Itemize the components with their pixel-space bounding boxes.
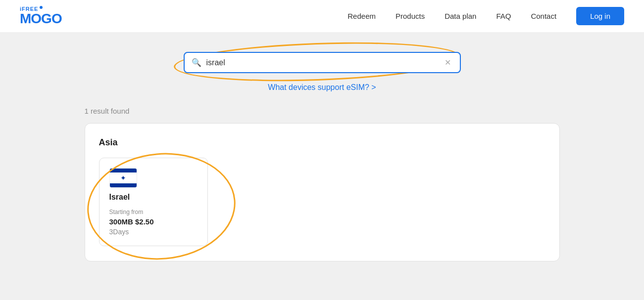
star-of-david-icon: ✦: [120, 174, 126, 181]
price-info: 300MB $2.50: [109, 217, 198, 226]
search-wrapper: 🔍 ✕: [184, 52, 461, 73]
header: iFREE MOGO Redeem Products Data plan FAQ…: [0, 0, 644, 32]
country-card-highlight-oval: [83, 147, 240, 265]
logo-text: iFREE MOGO: [20, 6, 62, 26]
logo-mogo-text: MOGO: [20, 12, 62, 26]
nav-redeem[interactable]: Redeem: [347, 12, 376, 20]
nav-data-plan[interactable]: Data plan: [445, 12, 476, 20]
search-clear-button[interactable]: ✕: [443, 58, 453, 67]
search-icon: 🔍: [192, 58, 201, 67]
main-content: 🔍 ✕ What devices support eSIM? > 1 resul…: [0, 32, 644, 300]
country-card[interactable]: ✦ Israel Starting from 300MB $2.50 3Days: [99, 158, 208, 246]
flag-stripe-top: [110, 169, 137, 172]
logo: iFREE MOGO: [20, 6, 62, 26]
search-input[interactable]: [206, 58, 443, 67]
flag-container: ✦: [109, 168, 137, 188]
flag-middle: ✦: [110, 172, 137, 184]
nav: Redeem Products Data plan FAQ Contact Lo…: [347, 7, 624, 25]
flag-stripe-bottom: [110, 183, 137, 187]
region-title: Asia: [99, 137, 545, 148]
duration-info: 3Days: [109, 228, 198, 236]
israel-flag: ✦: [110, 169, 137, 187]
esim-support-link[interactable]: What devices support eSIM? >: [268, 83, 376, 92]
login-button[interactable]: Log in: [576, 7, 624, 25]
result-count: 1 result found: [85, 107, 560, 115]
logo-dot: [40, 6, 43, 9]
country-cards-row: ✦ Israel Starting from 300MB $2.50 3Days: [99, 158, 545, 246]
result-card-container: Asia ✦ Israel Starting from 300MB $2.50: [85, 123, 560, 261]
nav-faq[interactable]: FAQ: [496, 12, 511, 20]
nav-products[interactable]: Products: [396, 12, 425, 20]
country-name: Israel: [109, 193, 198, 202]
starting-from-label: Starting from: [109, 209, 198, 215]
search-box: 🔍 ✕: [184, 52, 461, 73]
nav-contact[interactable]: Contact: [531, 12, 556, 20]
